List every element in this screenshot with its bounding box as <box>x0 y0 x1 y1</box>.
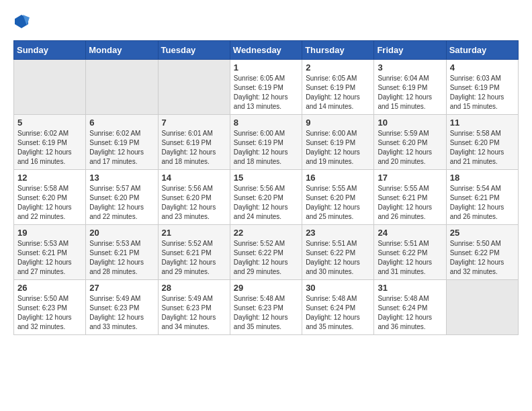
calendar-cell: 21Sunrise: 5:52 AM Sunset: 6:21 PM Dayli… <box>158 225 230 280</box>
day-number: 29 <box>234 283 298 293</box>
day-info: Sunrise: 6:00 AM Sunset: 6:19 PM Dayligh… <box>234 129 298 167</box>
day-info: Sunrise: 5:49 AM Sunset: 6:23 PM Dayligh… <box>162 294 226 332</box>
calendar-cell: 5Sunrise: 6:02 AM Sunset: 6:19 PM Daylig… <box>14 115 86 170</box>
day-info: Sunrise: 6:04 AM Sunset: 6:19 PM Dayligh… <box>378 74 442 111</box>
day-info: Sunrise: 5:55 AM Sunset: 6:20 PM Dayligh… <box>306 184 370 222</box>
day-info: Sunrise: 6:01 AM Sunset: 6:19 PM Dayligh… <box>162 129 226 167</box>
calendar-cell <box>158 60 230 115</box>
page-header <box>13 13 519 30</box>
day-number: 31 <box>378 283 442 293</box>
day-number: 12 <box>17 173 82 183</box>
logo <box>13 13 32 30</box>
calendar-cell <box>446 280 518 335</box>
day-number: 8 <box>234 118 298 128</box>
calendar-cell: 7Sunrise: 6:01 AM Sunset: 6:19 PM Daylig… <box>158 115 230 170</box>
day-info: Sunrise: 5:58 AM Sunset: 6:20 PM Dayligh… <box>450 129 515 167</box>
day-number: 17 <box>378 173 442 183</box>
day-number: 19 <box>17 228 82 238</box>
weekday-header-thursday: Thursday <box>302 41 374 60</box>
weekday-header-friday: Friday <box>374 41 446 60</box>
day-number: 24 <box>378 228 442 238</box>
day-info: Sunrise: 5:59 AM Sunset: 6:20 PM Dayligh… <box>378 129 442 167</box>
day-info: Sunrise: 5:53 AM Sunset: 6:21 PM Dayligh… <box>89 239 154 277</box>
day-info: Sunrise: 5:48 AM Sunset: 6:23 PM Dayligh… <box>234 294 298 332</box>
day-number: 2 <box>306 62 370 73</box>
calendar-cell: 26Sunrise: 5:50 AM Sunset: 6:23 PM Dayli… <box>14 280 86 335</box>
weekday-header-tuesday: Tuesday <box>158 41 230 60</box>
day-number: 30 <box>306 283 370 293</box>
day-info: Sunrise: 5:54 AM Sunset: 6:21 PM Dayligh… <box>450 184 515 222</box>
calendar-cell: 6Sunrise: 6:02 AM Sunset: 6:19 PM Daylig… <box>86 115 158 170</box>
calendar-cell: 15Sunrise: 5:56 AM Sunset: 6:20 PM Dayli… <box>230 170 302 225</box>
weekday-header-row: SundayMondayTuesdayWednesdayThursdayFrid… <box>14 41 519 60</box>
day-info: Sunrise: 5:58 AM Sunset: 6:20 PM Dayligh… <box>17 184 82 222</box>
day-number: 27 <box>89 283 154 293</box>
calendar-cell: 19Sunrise: 5:53 AM Sunset: 6:21 PM Dayli… <box>14 225 86 280</box>
week-row-3: 12Sunrise: 5:58 AM Sunset: 6:20 PM Dayli… <box>14 170 519 225</box>
calendar-cell: 25Sunrise: 5:50 AM Sunset: 6:22 PM Dayli… <box>446 225 518 280</box>
calendar-cell: 4Sunrise: 6:03 AM Sunset: 6:19 PM Daylig… <box>446 60 518 115</box>
calendar-cell: 16Sunrise: 5:55 AM Sunset: 6:20 PM Dayli… <box>302 170 374 225</box>
day-number: 10 <box>378 118 442 128</box>
day-info: Sunrise: 5:53 AM Sunset: 6:21 PM Dayligh… <box>17 239 82 277</box>
day-info: Sunrise: 5:50 AM Sunset: 6:23 PM Dayligh… <box>17 294 82 332</box>
calendar-cell: 24Sunrise: 5:51 AM Sunset: 6:22 PM Dayli… <box>374 225 446 280</box>
day-number: 26 <box>17 283 82 293</box>
calendar-cell: 31Sunrise: 5:48 AM Sunset: 6:24 PM Dayli… <box>374 280 446 335</box>
day-number: 20 <box>89 228 154 238</box>
day-info: Sunrise: 5:51 AM Sunset: 6:22 PM Dayligh… <box>378 239 442 277</box>
calendar-cell: 1Sunrise: 6:05 AM Sunset: 6:19 PM Daylig… <box>230 60 302 115</box>
day-number: 9 <box>306 118 370 128</box>
day-number: 14 <box>162 173 226 183</box>
day-info: Sunrise: 5:56 AM Sunset: 6:20 PM Dayligh… <box>162 184 226 222</box>
day-number: 18 <box>450 173 515 183</box>
day-info: Sunrise: 5:52 AM Sunset: 6:21 PM Dayligh… <box>162 239 226 277</box>
day-info: Sunrise: 5:49 AM Sunset: 6:23 PM Dayligh… <box>89 294 154 332</box>
calendar-cell: 29Sunrise: 5:48 AM Sunset: 6:23 PM Dayli… <box>230 280 302 335</box>
day-number: 15 <box>234 173 298 183</box>
calendar-cell: 11Sunrise: 5:58 AM Sunset: 6:20 PM Dayli… <box>446 115 518 170</box>
calendar-cell: 14Sunrise: 5:56 AM Sunset: 6:20 PM Dayli… <box>158 170 230 225</box>
day-number: 3 <box>378 62 442 73</box>
day-info: Sunrise: 5:56 AM Sunset: 6:20 PM Dayligh… <box>234 184 298 222</box>
calendar-cell: 13Sunrise: 5:57 AM Sunset: 6:20 PM Dayli… <box>86 170 158 225</box>
calendar-cell: 8Sunrise: 6:00 AM Sunset: 6:19 PM Daylig… <box>230 115 302 170</box>
calendar-table: SundayMondayTuesdayWednesdayThursdayFrid… <box>13 40 519 335</box>
day-info: Sunrise: 6:03 AM Sunset: 6:19 PM Dayligh… <box>450 74 515 111</box>
day-number: 28 <box>162 283 226 293</box>
calendar-cell <box>14 60 86 115</box>
day-number: 5 <box>17 118 82 128</box>
calendar-cell <box>86 60 158 115</box>
day-info: Sunrise: 5:48 AM Sunset: 6:24 PM Dayligh… <box>306 294 370 332</box>
day-number: 11 <box>450 118 515 128</box>
weekday-header-wednesday: Wednesday <box>230 41 302 60</box>
day-info: Sunrise: 5:51 AM Sunset: 6:22 PM Dayligh… <box>306 239 370 277</box>
calendar-cell: 30Sunrise: 5:48 AM Sunset: 6:24 PM Dayli… <box>302 280 374 335</box>
weekday-header-saturday: Saturday <box>446 41 518 60</box>
logo-icon <box>13 13 30 30</box>
day-info: Sunrise: 5:50 AM Sunset: 6:22 PM Dayligh… <box>450 239 515 277</box>
calendar-cell: 10Sunrise: 5:59 AM Sunset: 6:20 PM Dayli… <box>374 115 446 170</box>
week-row-5: 26Sunrise: 5:50 AM Sunset: 6:23 PM Dayli… <box>14 280 519 335</box>
calendar-cell: 12Sunrise: 5:58 AM Sunset: 6:20 PM Dayli… <box>14 170 86 225</box>
day-info: Sunrise: 6:05 AM Sunset: 6:19 PM Dayligh… <box>306 74 370 111</box>
day-number: 25 <box>450 228 515 238</box>
day-number: 13 <box>89 173 154 183</box>
calendar-cell: 22Sunrise: 5:52 AM Sunset: 6:22 PM Dayli… <box>230 225 302 280</box>
calendar-cell: 28Sunrise: 5:49 AM Sunset: 6:23 PM Dayli… <box>158 280 230 335</box>
day-info: Sunrise: 6:05 AM Sunset: 6:19 PM Dayligh… <box>234 74 298 111</box>
day-number: 7 <box>162 118 226 128</box>
day-info: Sunrise: 6:02 AM Sunset: 6:19 PM Dayligh… <box>17 129 82 167</box>
day-number: 23 <box>306 228 370 238</box>
weekday-header-sunday: Sunday <box>14 41 86 60</box>
day-number: 22 <box>234 228 298 238</box>
day-info: Sunrise: 6:02 AM Sunset: 6:19 PM Dayligh… <box>89 129 154 167</box>
week-row-2: 5Sunrise: 6:02 AM Sunset: 6:19 PM Daylig… <box>14 115 519 170</box>
calendar-cell: 3Sunrise: 6:04 AM Sunset: 6:19 PM Daylig… <box>374 60 446 115</box>
day-info: Sunrise: 5:55 AM Sunset: 6:21 PM Dayligh… <box>378 184 442 222</box>
day-number: 6 <box>89 118 154 128</box>
day-info: Sunrise: 5:48 AM Sunset: 6:24 PM Dayligh… <box>378 294 442 332</box>
weekday-header-monday: Monday <box>86 41 158 60</box>
week-row-1: 1Sunrise: 6:05 AM Sunset: 6:19 PM Daylig… <box>14 60 519 115</box>
calendar-cell: 9Sunrise: 6:00 AM Sunset: 6:19 PM Daylig… <box>302 115 374 170</box>
